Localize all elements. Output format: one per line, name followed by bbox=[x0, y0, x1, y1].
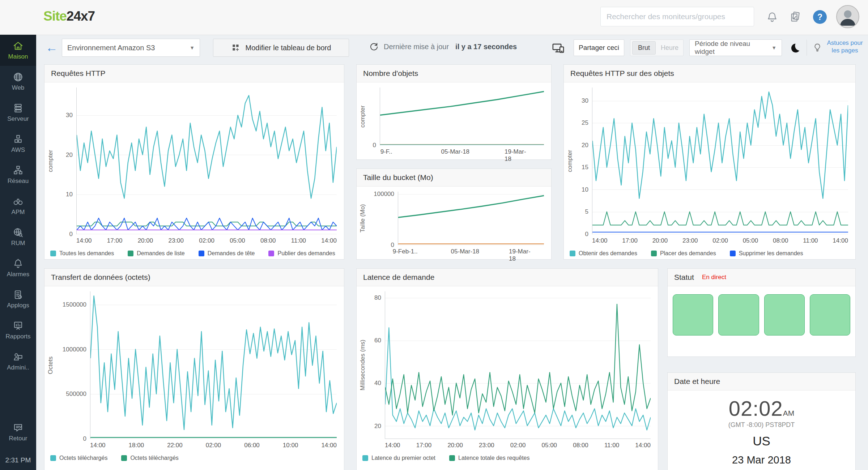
y-tick-label: 30 bbox=[582, 97, 588, 104]
server-icon bbox=[13, 103, 24, 114]
x-tick-label: 14:00 bbox=[321, 442, 337, 451]
clock-timezone: (GMT -8:00) PST8PDT bbox=[668, 421, 855, 429]
x-tick-label: 05:00 bbox=[230, 237, 245, 247]
x-tick-label: 14:00 bbox=[833, 237, 848, 247]
x-axis-labels: 14:0017:0020:0023:0002:0005:0008:0011:00… bbox=[385, 439, 651, 451]
x-tick-label: 23:00 bbox=[168, 237, 184, 247]
clock-date: 23 Mar 2018 bbox=[668, 454, 855, 466]
moon-icon bbox=[789, 42, 801, 54]
y-tick-label: 0 bbox=[83, 435, 86, 443]
legend-label: Toutes les demandes bbox=[59, 250, 114, 257]
y-tick-label: 25 bbox=[582, 119, 588, 127]
y-axis-label: Millisecondes (ms) bbox=[358, 291, 367, 439]
sidebar-item-serveur[interactable]: Serveur bbox=[0, 97, 36, 128]
legend-item: Latence du premier octet bbox=[362, 455, 435, 461]
toggle-hour[interactable]: Heure bbox=[656, 42, 684, 54]
legend-swatch bbox=[199, 251, 204, 256]
site24x7-logo: Site24x7 bbox=[43, 9, 95, 24]
x-tick-label: 19-Mar-18 bbox=[505, 148, 531, 163]
avatar[interactable] bbox=[836, 5, 859, 28]
cubes-icon bbox=[13, 134, 24, 145]
panel-title: Transfert de données (octets) bbox=[51, 269, 150, 286]
status-tile[interactable] bbox=[673, 294, 713, 336]
clock-time: 02:02 bbox=[729, 397, 783, 420]
sidebar-item-rseau[interactable]: Réseau bbox=[0, 159, 36, 190]
panel-data-transfer: Transfert de données (octets) Octets0500… bbox=[44, 268, 344, 470]
back-arrow-icon[interactable]: ← bbox=[46, 40, 58, 55]
refresh-icon bbox=[369, 42, 379, 52]
status-tile[interactable] bbox=[718, 294, 759, 336]
refresh-icon[interactable] bbox=[369, 42, 379, 52]
help-icon[interactable]: ? bbox=[813, 10, 827, 24]
y-tick-label: 60 bbox=[374, 337, 381, 344]
legend-label: Latence totale des requêtes bbox=[458, 455, 529, 461]
panel-title: Latence de demande bbox=[363, 269, 434, 286]
y-axis-ticks: 0 bbox=[367, 87, 380, 145]
sidebar-item-rapports[interactable]: Rapports bbox=[0, 315, 36, 346]
y-tick-label: 20 bbox=[66, 151, 73, 159]
legend-label: Obtenir des demandes bbox=[579, 250, 637, 257]
y-tick-label: 0 bbox=[391, 242, 394, 249]
x-tick-label: 08:00 bbox=[773, 237, 788, 247]
dark-mode-moon-icon[interactable] bbox=[789, 42, 801, 54]
sidebar-item-label: Admini.. bbox=[7, 364, 29, 371]
chart-legend: Octets téléchargésOctets téléchargés bbox=[46, 451, 337, 462]
status-tile[interactable] bbox=[810, 294, 850, 336]
logs-icon bbox=[13, 289, 24, 300]
x-tick-label: 20:00 bbox=[447, 442, 463, 451]
edit-dashboard-button[interactable]: Modifier le tableau de bord bbox=[213, 39, 349, 57]
y-tick-label: 30 bbox=[66, 112, 73, 119]
toggle-raw[interactable]: Brut bbox=[632, 41, 656, 55]
x-tick-label: 20:00 bbox=[138, 237, 153, 247]
series-line bbox=[77, 218, 337, 230]
x-tick-label: 22:00 bbox=[167, 442, 183, 451]
y-axis-label: Octets bbox=[46, 291, 55, 439]
x-tick-label: 14:00 bbox=[592, 237, 608, 247]
sidebar: MaisonWebServeurAWSRéseauAPMRUMAlarmesAp… bbox=[0, 35, 36, 470]
sidebar-item-aws[interactable]: AWS bbox=[0, 128, 36, 159]
page-tips-link[interactable]: Astuces pour les pages bbox=[823, 39, 867, 54]
plot-area bbox=[90, 291, 337, 439]
x-tick-label: 06:00 bbox=[244, 442, 260, 451]
sidebar-item-applogs[interactable]: Applogs bbox=[0, 283, 36, 315]
widget-period-select[interactable]: Période de niveau widget ▼ bbox=[689, 39, 782, 56]
sidebar-item-alarmes[interactable]: Alarmes bbox=[0, 252, 36, 283]
status-tile[interactable] bbox=[764, 294, 805, 336]
notifications-bell-icon[interactable] bbox=[766, 11, 778, 23]
sidebar-item-admini[interactable]: Admini.. bbox=[0, 346, 36, 377]
last-update-value: il y a 17 secondes bbox=[455, 43, 517, 51]
http-object-requests-chart: compter05101520253014:0017:0020:0023:000… bbox=[564, 82, 855, 260]
share-button[interactable]: Partager ceci bbox=[574, 39, 624, 56]
devices-icon bbox=[552, 42, 565, 55]
legend-label: Placer des demandes bbox=[660, 250, 716, 257]
legend-swatch bbox=[362, 455, 368, 461]
bulb-icon bbox=[812, 43, 822, 53]
sidebar-item-web[interactable]: Web bbox=[0, 66, 36, 97]
tasks-icon[interactable] bbox=[789, 11, 801, 23]
x-tick-label: 05-Mar-18 bbox=[451, 248, 479, 255]
sidebar-item-label: Maison bbox=[8, 53, 28, 60]
y-axis-label: Taille (Mo) bbox=[358, 192, 367, 245]
sidebar-item-apm[interactable]: APM bbox=[0, 190, 36, 221]
expand-icon[interactable] bbox=[17, 11, 30, 24]
bell-icon bbox=[766, 11, 778, 23]
legend-item: Obtenir des demandes bbox=[570, 250, 637, 257]
dashboard-select[interactable]: Environnement Amazon S3 ▼ bbox=[62, 39, 200, 57]
series-line bbox=[77, 95, 337, 198]
panel-title: Statut bbox=[674, 269, 694, 286]
legend-item: Latence totale des requêtes bbox=[449, 455, 529, 461]
search-input[interactable] bbox=[600, 7, 754, 26]
legend-swatch bbox=[449, 455, 455, 461]
feedback-icon bbox=[13, 422, 24, 433]
logo-text-site: Site bbox=[43, 9, 67, 24]
y-axis-label: compter bbox=[565, 87, 575, 234]
legend-swatch bbox=[651, 251, 657, 256]
sidebar-item-maison[interactable]: Maison bbox=[0, 35, 36, 66]
x-tick-label: 02:00 bbox=[199, 237, 214, 247]
sidebar-item-rum[interactable]: RUM bbox=[0, 221, 36, 252]
devices-icon[interactable] bbox=[552, 42, 565, 55]
sidebar-item-retour[interactable]: Retour bbox=[0, 416, 36, 453]
sidebar-item-label: Alarmes bbox=[7, 271, 29, 278]
series-line bbox=[380, 91, 544, 115]
person-icon bbox=[837, 6, 859, 27]
